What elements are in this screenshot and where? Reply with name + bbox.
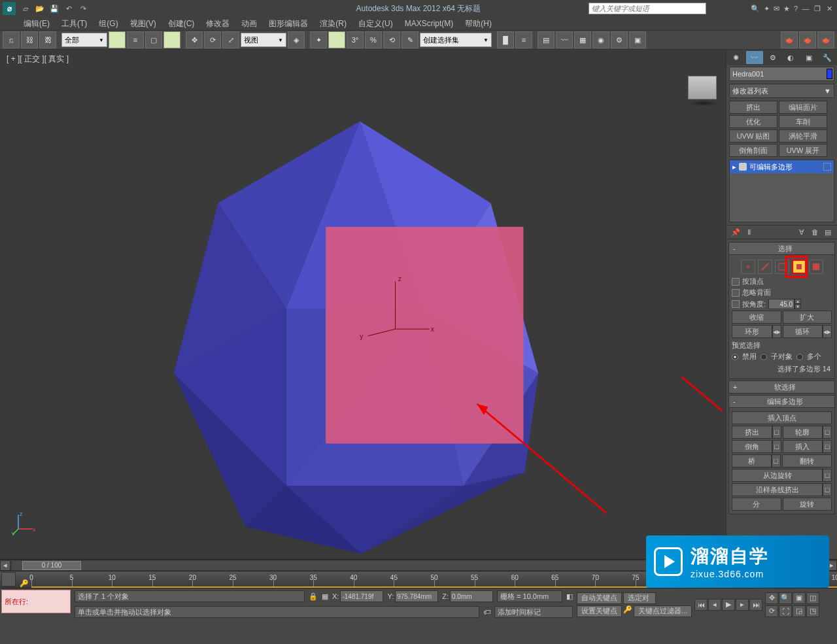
by-vertex-checkbox[interactable] — [732, 278, 740, 286]
outline-button[interactable]: 轮廓 — [783, 426, 823, 439]
subobj-edge-button[interactable] — [758, 260, 772, 274]
minimize-button[interactable]: — — [800, 4, 811, 13]
ref-coord-dropdown[interactable]: 视图▼ — [241, 33, 286, 47]
vp-nav1-icon[interactable]: ◲ — [793, 605, 806, 617]
vp-orbit-icon[interactable]: ⟳ — [765, 605, 778, 617]
menu-maxscript[interactable]: MAXScript(M) — [405, 19, 454, 28]
app-logo[interactable]: ⌀ — [3, 2, 16, 15]
qat-new-icon[interactable]: ▱ — [20, 3, 31, 14]
bevel-settings[interactable]: □ — [772, 440, 781, 453]
menu-customize[interactable]: 自定义(U) — [358, 18, 393, 29]
bevel-button[interactable]: 倒角 — [732, 440, 772, 453]
qat-redo-icon[interactable]: ↷ — [77, 3, 89, 14]
mod-btn-optimize[interactable]: 优化 — [729, 115, 777, 128]
menu-animation[interactable]: 动画 — [241, 18, 257, 29]
script-listener[interactable]: 所在行: — [1, 590, 71, 613]
show-end-icon[interactable]: Ⅱ — [742, 226, 755, 238]
layer-manager-button[interactable]: ▤ — [538, 31, 555, 48]
undo-link-icon[interactable]: ⎌ — [3, 31, 20, 48]
extrude-settings[interactable]: □ — [772, 426, 781, 439]
comm-icon[interactable]: ✉ — [774, 5, 779, 13]
time-tag-icon[interactable]: 🏷 — [483, 608, 490, 616]
menu-edit[interactable]: 编辑(E) — [24, 18, 50, 29]
sub-icon[interactable]: ✦ — [764, 5, 770, 13]
by-angle-checkbox[interactable] — [732, 300, 740, 308]
configure-sets-icon[interactable]: ▤ — [821, 226, 834, 238]
qat-open-icon[interactable]: 📂 — [34, 3, 46, 14]
make-unique-icon[interactable]: ∀ — [795, 226, 808, 238]
menu-views[interactable]: 视图(V) — [130, 18, 156, 29]
shrink-button[interactable]: 收缩 — [732, 311, 781, 324]
loop-spinner[interactable]: ◂▸ — [823, 325, 832, 338]
qat-save-icon[interactable]: 💾 — [48, 3, 60, 14]
select-object-button[interactable]: ▭ — [109, 31, 126, 48]
autokey-button[interactable]: 自动关键点 — [577, 592, 622, 604]
selected-dd[interactable]: 选定对 — [623, 592, 656, 604]
render-button[interactable]: 🫖 — [817, 31, 834, 48]
preview-subobj-radio[interactable] — [760, 354, 767, 360]
unlink-icon[interactable]: ⛓̸ — [39, 31, 56, 48]
menu-grapheditors[interactable]: 图形编辑器 — [269, 18, 308, 29]
menu-create[interactable]: 创建(C) — [168, 18, 195, 29]
object-color-swatch[interactable] — [827, 69, 832, 79]
mod-btn-uvwmap[interactable]: UVW 贴图 — [729, 129, 777, 143]
edit-tri-button[interactable]: 分 — [732, 498, 781, 511]
timeslider-prev[interactable]: ◂ — [0, 560, 10, 571]
insert-vertex-button[interactable]: 插入顶点 — [732, 411, 832, 424]
rotate-button[interactable]: ⟳ — [204, 31, 221, 48]
curve-editor-button[interactable]: 〰 — [556, 31, 573, 48]
add-time-tag[interactable]: 添加时间标记 — [494, 606, 573, 618]
loop-button[interactable]: 循环 — [783, 325, 823, 338]
prev-frame-icon[interactable]: ◂ — [708, 599, 721, 611]
extrude-spline-settings[interactable]: □ — [823, 483, 832, 496]
time-slider-thumb[interactable]: 0 / 100 — [22, 561, 81, 570]
goto-end-icon[interactable]: ⏭ — [749, 599, 762, 611]
grow-button[interactable]: 扩大 — [783, 311, 832, 324]
subobj-vertex-button[interactable] — [741, 260, 755, 274]
subobj-polygon-button[interactable] — [792, 260, 806, 274]
render-prod-button[interactable]: 🫖 — [781, 31, 798, 48]
link-icon[interactable]: ⛓ — [21, 31, 38, 48]
inset-button[interactable]: 插入 — [783, 440, 823, 453]
ignore-back-checkbox[interactable] — [732, 289, 740, 297]
selection-filter-dropdown[interactable]: 全部▼ — [61, 33, 107, 47]
menu-modifiers[interactable]: 修改器 — [206, 18, 230, 29]
stack-editable-poly[interactable]: ▸可编辑多边形 — [730, 160, 834, 173]
inset-settings[interactable]: □ — [823, 440, 832, 453]
object-name-input[interactable] — [730, 70, 825, 78]
named-selection-dropdown[interactable]: 创建选择集▼ — [420, 33, 492, 47]
comm-center-icon[interactable]: ◧ — [566, 592, 573, 601]
subobj-element-button[interactable] — [809, 260, 823, 274]
setkey-button[interactable]: 设置关键点 — [577, 605, 622, 617]
material-editor-button[interactable]: ◉ — [592, 31, 609, 48]
motion-tab-icon[interactable]: ◐ — [782, 51, 799, 64]
select-rect-button[interactable]: ▢ — [145, 31, 162, 48]
restore-button[interactable]: ❐ — [812, 4, 823, 13]
select-by-name-button[interactable]: ≡ — [127, 31, 144, 48]
utilities-tab-icon[interactable]: 🔧 — [819, 51, 836, 64]
retriangulate-button[interactable]: 旋转 — [783, 498, 832, 511]
mod-btn-bevelprofile[interactable]: 倒角剖面 — [729, 144, 777, 157]
menu-help[interactable]: 帮助(H) — [465, 18, 492, 29]
lock-icon[interactable]: 🔒 — [309, 592, 318, 601]
preview-off-radio[interactable] — [732, 354, 738, 360]
vp-fov-icon[interactable]: ◫ — [806, 592, 819, 604]
goto-start-icon[interactable]: ⏮ — [694, 599, 708, 611]
fav-icon[interactable]: ★ — [783, 5, 790, 13]
window-crossing-button[interactable]: ◫ — [163, 31, 180, 48]
modifier-list-dropdown[interactable]: 修改器列表▼ — [729, 84, 834, 98]
render-frame-button[interactable]: ▣ — [629, 31, 646, 48]
next-frame-icon[interactable]: ▸ — [736, 599, 749, 611]
percent-snap-button[interactable]: % — [365, 31, 382, 48]
mod-btn-extrude[interactable]: 挤出 — [729, 101, 777, 114]
modify-tab-icon[interactable]: 〰 — [746, 51, 763, 64]
menu-tools[interactable]: 工具(T) — [61, 18, 87, 29]
ring-spinner[interactable]: ◂▸ — [772, 325, 781, 338]
mod-btn-editpatch[interactable]: 编辑面片 — [779, 101, 827, 114]
render-setup-button[interactable]: ⚙ — [611, 31, 628, 48]
mod-btn-uvwunwrap[interactable]: UVW 展开 — [779, 144, 827, 157]
infocenter-icon[interactable]: 🔍 — [751, 5, 760, 13]
scale-button[interactable]: ⤢ — [222, 31, 239, 48]
vp-pan-icon[interactable]: ✥ — [765, 592, 778, 604]
coord-x-input[interactable] — [340, 590, 383, 602]
